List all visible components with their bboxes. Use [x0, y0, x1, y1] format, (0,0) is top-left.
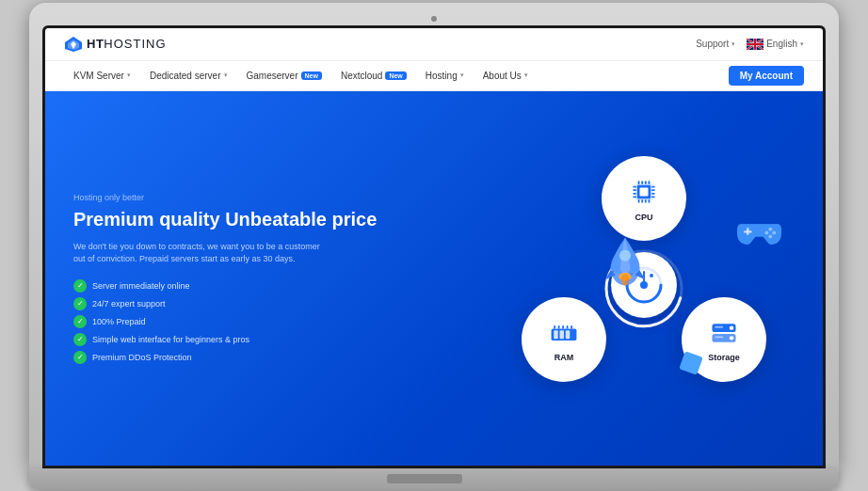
ram-icon — [548, 317, 580, 349]
nav-item-about[interactable]: About Us ▾ — [474, 60, 538, 90]
ram-circle: RAM — [522, 297, 606, 382]
support-arrow: ▾ — [731, 40, 735, 48]
nav-bar: KVM Server ▾ Dedicated server ▾ Gameserv… — [45, 61, 823, 91]
checklist: ✓ Server immediately online ✓ 24/7 exper… — [73, 279, 394, 364]
svg-rect-52 — [566, 330, 570, 339]
check-icon-3: ✓ — [73, 315, 87, 328]
svg-rect-56 — [567, 325, 569, 328]
laptop-wrapper: HTHOSTING Support ▾ — [29, 3, 839, 489]
lang-arrow: ▾ — [800, 40, 804, 48]
top-right: Support ▾ — [696, 39, 804, 50]
hero-title: Premium quality Unbeatable price — [73, 208, 394, 231]
screen: HTHOSTING Support ▾ — [45, 28, 823, 466]
ram-label: RAM — [555, 353, 574, 362]
nav-items: KVM Server ▾ Dedicated server ▾ Gameserv… — [64, 60, 538, 90]
cpu-icon — [627, 175, 661, 209]
top-bar: HTHOSTING Support ▾ — [45, 28, 823, 61]
cpu-circle: CPU — [602, 156, 686, 241]
kvm-arrow: ▾ — [127, 71, 131, 79]
check-item-5: ✓ Premium DDoS Protection — [73, 351, 394, 364]
feature-circles: CPU — [512, 156, 776, 401]
hero-left: Hosting only better Premium quality Unbe… — [73, 110, 394, 447]
storage-label: Storage — [708, 353, 740, 362]
support-link[interactable]: Support ▾ — [696, 39, 735, 49]
svg-point-20 — [768, 234, 772, 238]
logo-text: HTHOSTING — [87, 37, 167, 51]
laptop-trackpad — [387, 474, 462, 483]
svg-rect-55 — [562, 325, 564, 328]
svg-rect-62 — [715, 325, 723, 327]
uk-flag-icon — [747, 39, 764, 50]
check-item-1: ✓ Server immediately online — [73, 279, 394, 293]
storage-icon — [708, 317, 740, 349]
svg-rect-16 — [744, 230, 752, 232]
hero-description: We don't tie you down to contracts, we w… — [73, 241, 328, 266]
screen-bezel: HTHOSTING Support ▾ — [42, 25, 826, 468]
svg-rect-53 — [554, 325, 555, 328]
svg-point-59 — [730, 325, 733, 329]
hero-right-graphic: CPU — [484, 101, 804, 456]
nextcloud-badge: New — [385, 71, 406, 80]
svg-rect-63 — [715, 336, 723, 338]
webcam-bar — [42, 16, 826, 22]
dedicated-arrow: ▾ — [224, 71, 228, 79]
my-account-button[interactable]: My Account — [729, 66, 804, 86]
nav-item-kvm[interactable]: KVM Server ▾ — [64, 60, 140, 90]
language-selector[interactable]: English ▾ — [747, 39, 804, 50]
hero-section: Hosting only better Premium quality Unbe… — [45, 91, 823, 466]
nav-item-hosting[interactable]: Hosting ▾ — [416, 60, 474, 90]
hosting-arrow: ▾ — [460, 71, 464, 79]
laptop-bottom — [29, 468, 839, 489]
nav-item-nextcloud[interactable]: Nextcloud New — [331, 60, 416, 90]
laptop-outer: HTHOSTING Support ▾ — [29, 3, 839, 468]
rocket-decoration — [597, 231, 653, 288]
cpu-label: CPU — [635, 213, 652, 222]
gameserver-badge: New — [301, 71, 322, 80]
svg-rect-27 — [640, 187, 649, 196]
svg-rect-50 — [554, 330, 557, 339]
svg-point-17 — [768, 227, 772, 230]
logo: HTHOSTING — [64, 36, 167, 53]
check-item-3: ✓ 100% Prepaid — [73, 315, 394, 328]
gamepad-decoration — [733, 213, 785, 250]
hero-tagline: Hosting only better — [73, 193, 394, 202]
about-arrow: ▾ — [524, 71, 528, 79]
svg-point-61 — [730, 336, 733, 340]
svg-rect-51 — [560, 330, 564, 339]
svg-point-18 — [772, 230, 776, 234]
nav-item-gameserver[interactable]: Gameserver New — [237, 60, 331, 90]
svg-rect-57 — [571, 325, 572, 328]
check-item-4: ✓ Simple web interface for beginners & p… — [73, 333, 394, 346]
webcam-dot — [431, 16, 437, 22]
svg-point-14 — [621, 274, 630, 285]
svg-point-12 — [619, 249, 631, 261]
nav-item-dedicated[interactable]: Dedicated server ▾ — [140, 60, 237, 90]
check-icon-4: ✓ — [73, 333, 87, 346]
check-item-2: ✓ 24/7 expert support — [73, 297, 394, 310]
check-icon-5: ✓ — [73, 351, 87, 364]
check-icon-2: ✓ — [73, 297, 87, 310]
svg-point-19 — [764, 230, 768, 234]
logo-icon — [64, 36, 83, 53]
svg-rect-54 — [558, 325, 560, 328]
check-icon-1: ✓ — [73, 279, 87, 293]
